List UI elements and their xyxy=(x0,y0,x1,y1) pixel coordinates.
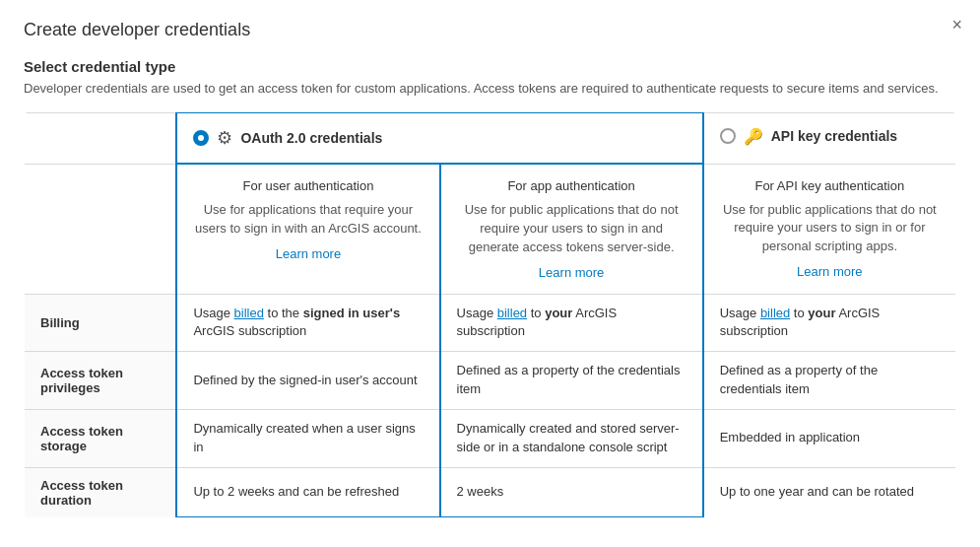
api-auth-learn-more[interactable]: Learn more xyxy=(797,264,862,279)
billing-oauth-app-billed: billed xyxy=(497,306,527,320)
token-duration-oauth-app: 2 weeks xyxy=(440,467,703,517)
user-auth-desc: Use for applications that require your u… xyxy=(193,201,423,239)
token-duration-oauth-user: Up to 2 weeks and can be refreshed xyxy=(176,467,439,517)
header-row: ⚙ OAuth 2.0 credentials 🔑 API key creden… xyxy=(25,112,956,164)
token-duration-row: Access token duration Up to 2 weeks and … xyxy=(25,467,956,517)
apikey-header-label: API key credentials xyxy=(771,128,897,144)
sub-header-empty xyxy=(25,164,177,294)
token-privileges-row: Access token privileges Defined by the s… xyxy=(25,352,956,410)
token-privileges-oauth-app: Defined as a property of the credentials… xyxy=(440,352,703,410)
token-privileges-oauth-user: Defined by the signed-in user's account xyxy=(176,352,439,410)
section-description: Developer credentials are used to get an… xyxy=(24,81,956,96)
app-auth-title: For app authentication xyxy=(457,178,686,193)
api-auth-cell: For API key authentication Use for publi… xyxy=(703,164,956,294)
app-auth-desc: Use for public applications that do not … xyxy=(457,201,686,257)
token-storage-oauth-user: Dynamically created when a user signs in xyxy=(176,409,439,467)
user-auth-learn-more[interactable]: Learn more xyxy=(276,246,341,261)
token-privileges-api: Defined as a property of the credentials… xyxy=(703,352,956,410)
credentials-table: ⚙ OAuth 2.0 credentials 🔑 API key creden… xyxy=(24,111,956,518)
billing-label: Billing xyxy=(25,294,177,352)
apikey-icon: 🔑 xyxy=(744,127,763,146)
user-auth-title: For user authentication xyxy=(193,178,423,193)
billing-oauth-app: Usage billed to your ArcGIS subscription xyxy=(440,294,703,352)
oauth-icon: ⚙ xyxy=(217,127,232,149)
oauth-header-label: OAuth 2.0 credentials xyxy=(240,130,382,146)
token-privileges-label: Access token privileges xyxy=(25,352,177,410)
empty-header-cell xyxy=(25,112,177,164)
billing-api: Usage billed to your ArcGIS subscription xyxy=(703,294,956,352)
token-storage-oauth-app: Dynamically created and stored server-si… xyxy=(440,409,703,467)
api-auth-desc: Use for public applications that do not … xyxy=(720,201,940,257)
user-auth-cell: For user authentication Use for applicat… xyxy=(176,164,439,294)
oauth-radio-selected[interactable] xyxy=(193,130,209,146)
app-auth-learn-more[interactable]: Learn more xyxy=(539,265,604,280)
billing-row: Billing Usage billed to the signed in us… xyxy=(25,294,956,352)
billing-oauth-user-billed: billed xyxy=(234,306,264,320)
token-storage-label: Access token storage xyxy=(25,409,177,467)
billing-oauth-user: Usage billed to the signed in user's Arc… xyxy=(176,294,439,352)
api-auth-title: For API key authentication xyxy=(720,178,940,193)
section-title: Select credential type xyxy=(24,58,956,75)
token-duration-label: Access token duration xyxy=(25,467,177,517)
token-storage-row: Access token storage Dynamically created… xyxy=(25,409,956,467)
app-auth-cell: For app authentication Use for public ap… xyxy=(440,164,703,294)
close-button[interactable]: × xyxy=(951,16,962,34)
oauth-header-cell[interactable]: ⚙ OAuth 2.0 credentials xyxy=(176,112,702,164)
billing-api-billed: billed xyxy=(760,306,790,320)
token-storage-api: Embedded in application xyxy=(703,409,956,467)
token-duration-api: Up to one year and can be rotated xyxy=(703,467,956,517)
apikey-radio[interactable] xyxy=(720,128,736,144)
apikey-header-cell[interactable]: 🔑 API key credentials xyxy=(703,112,956,164)
sub-header-row: For user authentication Use for applicat… xyxy=(25,164,956,294)
dialog-title: Create developer credentials xyxy=(24,20,956,40)
